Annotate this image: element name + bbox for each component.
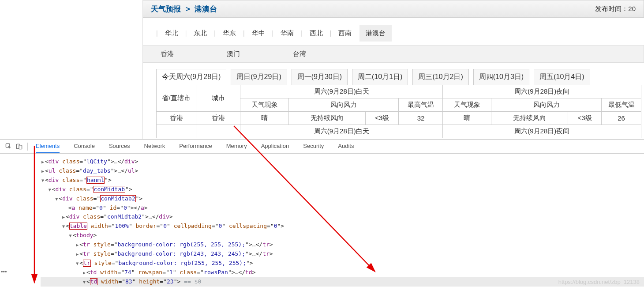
region-tab-gat[interactable]: 港澳台	[359, 25, 392, 42]
th-mint: 最低气温	[602, 98, 641, 112]
devtab-audits[interactable]: Audits	[338, 140, 354, 153]
day-tab-1[interactable]: 周日(9月29日)	[231, 69, 287, 85]
region-tab-huanan[interactable]: 华南	[274, 25, 300, 42]
subregion-taiwan[interactable]: 台湾	[293, 50, 359, 58]
th-night-wind: 风向风力	[491, 98, 602, 112]
th-maxt: 最高气温	[399, 98, 443, 112]
inspect-icon[interactable]	[4, 142, 13, 151]
devtab-application[interactable]: Application	[261, 140, 289, 153]
breadcrumb-root[interactable]: 天气预报	[151, 5, 181, 13]
ellipsis-icon[interactable]: •••	[1, 268, 7, 275]
dom-line[interactable]: <a name="0" id="0"></a>	[41, 204, 644, 212]
devtools-tabs: Elements Console Sources Network Perform…	[36, 140, 354, 153]
dom-line[interactable]: ▶<div class="lQCity">…</div>	[41, 157, 644, 166]
devtab-sources[interactable]: Sources	[109, 140, 130, 153]
day-tab-3[interactable]: 周二(10月1日)	[352, 69, 408, 85]
th-day-group: 周六(9月28日)白天	[240, 85, 443, 98]
cell-day-winddir: 无持续风向	[289, 112, 366, 125]
table-row: 香港 香港 晴 无持续风向 <3级 32 晴 无持续风向 <3级 26	[157, 112, 641, 125]
day-tab-5[interactable]: 周四(10月3日)	[473, 69, 529, 85]
weather-table: 省/直辖市 城市 周六(9月28日)白天 周六(9月28日)夜间 天气现象 风向…	[156, 85, 641, 138]
region-tab-xibei[interactable]: 西北	[303, 25, 329, 42]
cell-day-weather: 晴	[240, 112, 289, 125]
dom-tree[interactable]: ▶<div class="lQCity">…</div> ▶<ul class=…	[0, 154, 644, 287]
dom-line[interactable]: ▶<tr style="background-color: rgb(243, 2…	[41, 249, 644, 259]
dom-line[interactable]: ▶<td width="74" rowspan="1" class="rowsP…	[41, 268, 644, 277]
device-toggle-icon[interactable]	[14, 142, 24, 151]
cell-night-winddir: 无持续风向	[491, 112, 568, 125]
th-city: 城市	[196, 85, 240, 112]
devtab-performance[interactable]: Performance	[179, 140, 212, 153]
dom-line[interactable]: ▼<tr style="background-color: rgb(255, 2…	[41, 259, 644, 268]
dom-line[interactable]: ▼<tbody>	[41, 231, 644, 240]
dom-line[interactable]: ▶<div class="conMidtab2">…</div>	[41, 212, 644, 222]
th-day-weather: 天气现象	[240, 98, 289, 112]
devtools-panel: Elements Console Sources Network Perform…	[0, 139, 644, 287]
cell-day-windlvl: <3级	[365, 112, 399, 125]
devtab-console[interactable]: Console	[74, 140, 95, 153]
region-tab-huazhong[interactable]: 华中	[246, 25, 271, 42]
devtab-security[interactable]: Security	[303, 140, 324, 153]
table-header-row1b: 周六(9月28日)白天 周六(9月28日)夜间	[157, 125, 641, 138]
svg-rect-2	[19, 145, 22, 149]
th-night-group: 周六(9月28日)夜间	[443, 85, 641, 98]
region-tab-dongbei[interactable]: 东北	[187, 25, 213, 42]
devtab-memory[interactable]: Memory	[226, 140, 247, 153]
dom-line[interactable]: ▼<div class="conMidtab2">	[41, 194, 644, 204]
cell-max: 32	[399, 112, 443, 125]
day-tab-0[interactable]: 今天周六(9月28日)	[156, 69, 226, 85]
devtab-elements[interactable]: Elements	[36, 140, 60, 153]
day-tab-4[interactable]: 周三(10月2日)	[412, 69, 468, 85]
day-tab-2[interactable]: 周一(9月30日)	[292, 69, 348, 85]
th-province: 省/直辖市	[157, 85, 196, 112]
breadcrumb-leaf[interactable]: 港澳台	[195, 5, 217, 13]
cell-night-weather: 晴	[443, 112, 491, 125]
day-tabs: 今天周六(9月28日) 周日(9月29日) 周一(9月30日) 周二(10月1日…	[143, 69, 644, 85]
dom-line[interactable]: ▶<ul class="day_tabs">…</ul>	[41, 166, 644, 176]
devtools-toolbar: Elements Console Sources Network Perform…	[0, 140, 644, 154]
publish-time: 发布时间：20	[595, 5, 636, 13]
breadcrumb-sep: >	[186, 5, 190, 13]
region-tab-huabei[interactable]: 华北	[159, 25, 184, 42]
sub-region-tabs: 香港 澳门 台湾	[143, 45, 644, 63]
day-tab-6[interactable]: 周五(10月4日)	[534, 69, 590, 85]
weather-panel: 天气预报 > 港澳台 发布时间：20 | 华北| 东北| 华东| 华中| 华南|…	[142, 0, 644, 139]
dom-line[interactable]: ▼<div class="conMidtab">	[41, 185, 644, 194]
subregion-macau[interactable]: 澳门	[227, 50, 293, 58]
th-day-wind: 风向风力	[289, 98, 399, 112]
dom-line[interactable]: ▶<tr style="background-color: rgb(255, 2…	[41, 240, 644, 249]
th-night-weather: 天气现象	[443, 98, 491, 112]
breadcrumb: 天气预报 > 港澳台 发布时间：20	[143, 0, 644, 18]
dom-line[interactable]: ▼<table width="100%" border="0" cellpadd…	[41, 222, 644, 231]
cell-city[interactable]: 香港	[196, 112, 240, 125]
toolbar-divider	[27, 143, 28, 151]
region-tab-xinan[interactable]: 西南	[332, 25, 358, 42]
dom-line-selected[interactable]: ▼<td width="83" height="23"> == $0	[41, 277, 644, 287]
region-tab-huadong[interactable]: 华东	[217, 25, 242, 42]
devtab-network[interactable]: Network	[144, 140, 165, 153]
cell-night-windlvl: <3级	[568, 112, 602, 125]
watermark: https://blog.csdn.net/zbp_12138	[558, 279, 640, 285]
dom-line[interactable]: ▼<div class="hanml">	[41, 176, 644, 185]
cell-min: 26	[602, 112, 641, 125]
region-tabs: | 华北| 东北| 华东| 华中| 华南| 西北| 西南 港澳台	[143, 24, 644, 42]
subregion-hk[interactable]: 香港	[161, 50, 227, 58]
cell-prov: 香港	[157, 112, 196, 125]
table-header-row1: 省/直辖市 城市 周六(9月28日)白天 周六(9月28日)夜间	[157, 85, 641, 98]
